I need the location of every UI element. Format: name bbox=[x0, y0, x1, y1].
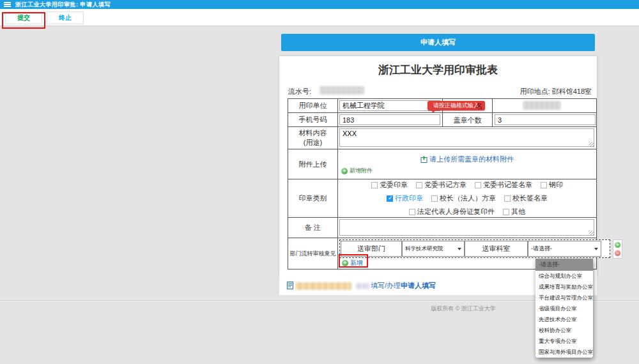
stamp-count-label: 盖章个数 bbox=[443, 116, 492, 125]
table-row-attachment: 附件上传 请上传所需盖章的材料附件 + 新增附件 bbox=[288, 149, 596, 179]
seal-checkbox[interactable]: 党委书记方章 bbox=[416, 180, 466, 190]
seal-checkbox[interactable]: 党委印章 bbox=[371, 180, 408, 190]
table-row-material: 材料内容 (用途) XXX bbox=[288, 127, 596, 149]
material-textarea[interactable]: XXX bbox=[339, 128, 594, 147]
seal-type-label: 印章类别 bbox=[288, 179, 338, 217]
row-add-remove-controls: + − bbox=[613, 239, 622, 259]
add-row-button[interactable]: + bbox=[615, 242, 620, 248]
terminate-button[interactable]: 终止 bbox=[47, 11, 84, 24]
applicant-label-partial: 名 bbox=[475, 102, 482, 111]
seal-checkbox[interactable]: 其他 bbox=[503, 207, 525, 216]
upload-attachment-link[interactable]: 请上传所需盖章的材料附件 bbox=[338, 155, 596, 164]
checkbox-icon[interactable] bbox=[503, 209, 509, 215]
seal-location-label: 用印地点: bbox=[520, 87, 550, 95]
link-redacted-segment bbox=[295, 282, 351, 290]
process-step-link[interactable]: 填写/办理申请人填写 bbox=[371, 281, 436, 291]
chevron-down-icon bbox=[594, 248, 598, 250]
checkbox-icon[interactable] bbox=[416, 182, 422, 188]
app-titlebar: 浙江工业大学用印审批: 申请人填写 bbox=[0, 0, 639, 9]
send-department-select[interactable]: 科学技术研究院 bbox=[402, 241, 465, 257]
plus-circle-icon: + bbox=[341, 168, 348, 174]
flow-label: 部门流转审核意见 bbox=[288, 238, 338, 269]
chevron-down-icon bbox=[458, 248, 461, 250]
plus-circle-icon: + bbox=[342, 260, 348, 266]
phone-input[interactable] bbox=[339, 114, 440, 125]
checkbox-icon[interactable] bbox=[409, 209, 415, 215]
material-label-line1: 材料内容 bbox=[299, 128, 327, 138]
upload-icon bbox=[420, 156, 427, 164]
remove-row-button[interactable]: − bbox=[615, 250, 620, 256]
attachment-label: 附件上传 bbox=[288, 149, 338, 179]
approval-form-table: 用印单位 名 请按正确格式输入 手机号码 盖章个数 bbox=[288, 98, 597, 269]
checkbox-icon[interactable] bbox=[504, 195, 511, 202]
seal-checkbox[interactable]: 法定代表人身份证复印件 bbox=[409, 207, 495, 216]
dropdown-option[interactable]: 国家与海外项目办公室 bbox=[535, 347, 593, 358]
office-dropdown-menu: -请选择- 综合与规划办公室 成果培育与奖励办公室 平台建设与管理办公室 省级项… bbox=[535, 259, 593, 358]
flow-row-group: 送审部门 科学技术研究院 送审科室 -请选择- bbox=[339, 239, 610, 258]
dropdown-option[interactable]: 校科协办公室 bbox=[535, 325, 593, 336]
remarks-textarea[interactable] bbox=[339, 219, 594, 236]
dropdown-option[interactable]: -请选择- bbox=[535, 259, 593, 271]
dropdown-option[interactable]: 省级项目办公室 bbox=[535, 303, 593, 314]
table-row-sealtype: 印章类别 党委印章 党委书记方章 党委书记签名章 钢印 行政印章 校长（法人）方… bbox=[288, 179, 596, 218]
dropdown-option[interactable]: 平台建设与管理办公室 bbox=[535, 292, 593, 303]
hamburger-menu-icon[interactable] bbox=[4, 2, 11, 7]
applicant-redacted-value bbox=[523, 101, 561, 110]
dropdown-option[interactable]: 重大专项办公室 bbox=[535, 336, 593, 347]
send-department-label: 送审部门 bbox=[341, 241, 402, 257]
app-title: 浙江工业大学用印审批: 申请人填写 bbox=[15, 1, 111, 9]
seal-checkbox[interactable]: 行政印章 bbox=[387, 193, 423, 203]
seal-checkbox[interactable]: 党委书记签名章 bbox=[475, 180, 532, 190]
copyright-text: 版权所有 © 浙江工业大学 bbox=[393, 305, 534, 313]
unit-label: 用印单位 bbox=[288, 99, 338, 112]
seal-checkbox[interactable]: 校长签名章 bbox=[504, 193, 548, 203]
dropdown-option[interactable]: 综合与规划办公室 bbox=[535, 271, 593, 282]
checkbox-icon[interactable] bbox=[431, 195, 438, 202]
remarks-label: 备 注 bbox=[288, 218, 338, 238]
dropdown-option[interactable]: 成果培育与奖励办公室 bbox=[535, 282, 593, 292]
stage-header: 申请人填写 bbox=[281, 34, 595, 51]
seal-checkbox[interactable]: 校长（法人）方章 bbox=[431, 193, 496, 203]
action-toolbar: 提交 终止 bbox=[0, 9, 639, 26]
serial-number-redacted-value bbox=[320, 86, 364, 95]
send-office-select[interactable]: -请选择- bbox=[528, 241, 601, 257]
table-row-unit: 用印单位 名 请按正确格式输入 bbox=[288, 99, 596, 113]
dropdown-option[interactable]: 先进技术办公室 bbox=[535, 314, 593, 325]
seal-checkbox[interactable]: 钢印 bbox=[541, 180, 563, 190]
send-office-label: 送审科室 bbox=[465, 241, 528, 257]
submit-button[interactable]: 提交 bbox=[5, 11, 42, 24]
checkbox-icon[interactable] bbox=[387, 195, 393, 202]
document-icon bbox=[287, 280, 293, 292]
material-label-line2: (用途) bbox=[304, 138, 322, 148]
add-attachment-link[interactable]: + 新增附件 bbox=[341, 167, 373, 175]
checkbox-icon[interactable] bbox=[541, 182, 547, 188]
table-row-phone: 手机号码 盖章个数 bbox=[288, 113, 596, 127]
link-redacted-segment bbox=[355, 283, 369, 289]
tooltip-arrow-icon bbox=[431, 110, 436, 113]
seal-location-value: 邵科馆418室 bbox=[552, 87, 592, 95]
add-flow-row-link[interactable]: + 新增 bbox=[342, 261, 363, 265]
seal-location: 用印地点: 邵科馆418室 bbox=[520, 87, 592, 96]
unit-input[interactable] bbox=[339, 100, 440, 111]
serial-number-label: 流水号: bbox=[288, 87, 311, 96]
form-card: 浙江工业大学用印审批表 流水号: 用印地点: 邵科馆418室 用印单位 名 请按… bbox=[279, 56, 597, 277]
checkbox-icon[interactable] bbox=[371, 182, 378, 188]
table-row-remarks: 备 注 bbox=[288, 218, 596, 238]
stamp-count-input[interactable] bbox=[495, 114, 596, 125]
form-title: 浙江工业大学用印审批表 bbox=[279, 63, 597, 77]
phone-label: 手机号码 bbox=[288, 113, 338, 126]
checkbox-icon[interactable] bbox=[475, 182, 481, 188]
